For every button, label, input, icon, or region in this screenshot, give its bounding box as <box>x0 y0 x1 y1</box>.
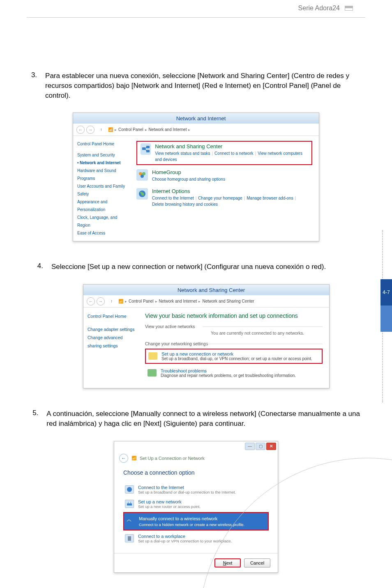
breadcrumb-2[interactable]: Network and Internet <box>149 127 187 132</box>
next-button[interactable]: Next <box>214 558 241 567</box>
sidebar-appearance[interactable]: Appearance and Personalization <box>77 198 131 214</box>
opt-title: Connect to the Internet <box>138 485 236 490</box>
address-bar: ← → ↑ 📶 ▸ Control Panel ▸ Network and In… <box>73 124 319 136</box>
window-titlebar: — ▢ ✕ <box>114 441 278 452</box>
page-header: Serie Adora24 <box>27 0 365 16</box>
svg-rect-1 <box>146 146 150 148</box>
wizard-footer: Next Cancel <box>114 553 278 572</box>
step-text: Seleccione [Set up a new connection or n… <box>51 262 326 272</box>
close-icon[interactable]: ✕ <box>266 443 276 450</box>
bc-sep: ▸ <box>115 128 117 132</box>
opt-title: Connect to a workplace <box>138 534 232 539</box>
sidebar-network[interactable]: •Network and Internet <box>77 159 131 167</box>
nsc-title[interactable]: Network and Sharing Center <box>155 143 308 149</box>
window-titlebar: Network and Sharing Center <box>83 285 329 295</box>
screenshot-control-panel: Network and Internet ← → ↑ 📶 ▸ Control P… <box>73 113 319 241</box>
up-icon[interactable]: ↑ <box>100 127 102 132</box>
opt-title: Troubleshoot problems <box>161 368 296 373</box>
wizard-title: Choose a connection option <box>123 469 269 476</box>
sidebar-users[interactable]: User Accounts and Family Safety <box>77 182 131 198</box>
screenshot-sharing-center: Network and Sharing Center ← → ↑ 📶 ▸ Con… <box>83 284 330 388</box>
new-connection-icon <box>148 352 157 360</box>
opt-subtitle: Set up a dial-up or VPN connection to yo… <box>138 539 232 543</box>
forward-icon[interactable]: → <box>97 297 105 305</box>
opt-connect-internet[interactable]: Connect to the Internet Set up a broadba… <box>123 482 269 497</box>
page: Serie Adora24 4-7 3. Para establecer una… <box>0 0 392 588</box>
homegroup-icon <box>136 169 148 181</box>
step-text: A continuación, seleccione [Manually con… <box>46 409 361 429</box>
sidebar-ease[interactable]: Ease of Access <box>77 229 131 237</box>
back-icon[interactable]: ← <box>119 454 128 463</box>
io-link-3[interactable]: Manage browser add-ons <box>247 196 293 200</box>
opt-subtitle: Set up a broadband, dial-up, or VPN conn… <box>161 356 312 361</box>
svg-rect-0 <box>142 147 145 150</box>
page-number-tab: 4-7 <box>380 279 392 305</box>
screenshot-wizard: — ▢ ✕ ← 📶 Set Up a Connection or Network… <box>114 441 278 573</box>
wizard-header-text: Set Up a Connection or Network <box>140 456 205 461</box>
globe-icon <box>125 485 134 494</box>
step-number: 5. <box>31 409 38 429</box>
sidebar-hardware[interactable]: Hardware and Sound <box>77 167 131 175</box>
wizard-header: ← 📶 Set Up a Connection or Network <box>114 452 278 466</box>
io-link-2[interactable]: Change your homepage <box>198 196 242 200</box>
cancel-button[interactable]: Cancel <box>244 558 270 567</box>
up-icon[interactable]: ↑ <box>111 299 113 303</box>
svg-rect-8 <box>127 503 132 505</box>
sidebar-advanced[interactable]: Change advanced sharing settings <box>88 334 138 350</box>
highlight-box: Set up a new connection or network Set u… <box>145 349 323 364</box>
opt-subtitle: Connect to a hidden network or create a … <box>136 522 247 527</box>
opt-workplace[interactable]: Connect to a workplace Set up a dial-up … <box>123 531 269 546</box>
breadcrumb-icon: 📶 <box>118 299 123 303</box>
nsc-link-1[interactable]: View network status and tasks <box>155 151 210 156</box>
sidebar-adapter[interactable]: Change adapter settings <box>88 326 138 334</box>
maximize-icon[interactable]: ▢ <box>256 443 265 450</box>
sidebar-programs[interactable]: Programs <box>77 175 131 182</box>
forward-icon[interactable]: → <box>86 126 95 134</box>
hg-title[interactable]: HomeGroup <box>152 169 225 175</box>
nsc-link-2[interactable]: Connect to a network <box>214 151 254 156</box>
header-logo-mark <box>345 6 353 11</box>
opt-troubleshoot[interactable]: Troubleshoot problems Diagnose and repai… <box>145 366 323 380</box>
svg-rect-2 <box>146 150 150 152</box>
step-5: 5. A continuación, seleccione [Manually … <box>31 409 361 429</box>
io-title[interactable]: Internet Options <box>152 188 297 194</box>
opt-subtitle: Set up a broadband or dial-up connection… <box>138 490 236 494</box>
opt-new-connection[interactable]: Set up a new connection or network Set u… <box>146 349 322 363</box>
step-number: 3. <box>31 71 37 100</box>
back-icon[interactable]: ← <box>76 126 85 134</box>
highlight-box: Manually connect to a wireless network C… <box>123 512 269 531</box>
minimize-icon[interactable]: — <box>245 443 255 450</box>
sidebar-system[interactable]: System and Security <box>77 151 131 159</box>
side-tabs: 4-7 <box>380 279 392 332</box>
section-active-networks: View your active networks <box>145 324 323 329</box>
main-panel: View your basic network information and … <box>142 308 329 388</box>
opt-title: Set up a new network <box>138 499 201 504</box>
step-text: Para establecer una nueva conexión, sele… <box>45 71 361 100</box>
io-link-4[interactable]: Delete browsing history and cookies <box>152 202 218 207</box>
window-title: Network and Sharing Center <box>93 287 329 293</box>
opt-title: Set up a new connection or network <box>161 351 312 356</box>
opt-manual-wireless[interactable]: Manually connect to a wireless network C… <box>124 513 268 530</box>
io-link-1[interactable]: Connect to the Internet <box>152 196 194 200</box>
breadcrumb-1[interactable]: Control Panel <box>129 299 154 303</box>
sidebar-home[interactable]: Control Panel Home <box>77 140 131 148</box>
back-icon[interactable]: ← <box>87 297 95 305</box>
opt-subtitle: Diagnose and repair network problems, or… <box>161 373 296 378</box>
internet-options-icon <box>136 188 148 200</box>
address-bar: ← → ↑ 📶 ▸ Control Panel ▸ Network and In… <box>83 295 329 308</box>
breadcrumb-2[interactable]: Network and Internet <box>159 299 197 303</box>
section-change-settings: Change your networking settings <box>145 341 323 346</box>
svg-rect-9 <box>128 536 131 541</box>
sidebar-clock[interactable]: Clock, Language, and Region <box>77 214 131 229</box>
sidebar-home[interactable]: Control Panel Home <box>88 312 138 321</box>
breadcrumb-icon: 📶 <box>108 127 113 132</box>
opt-new-network[interactable]: Set up a new network Set up a new router… <box>123 497 269 511</box>
next-label: N <box>223 560 226 565</box>
breadcrumb-1[interactable]: Control Panel <box>118 127 143 132</box>
breadcrumb-3[interactable]: Network and Sharing Center <box>202 299 254 303</box>
header-title: Serie Adora24 <box>298 5 340 12</box>
svg-point-5 <box>141 175 144 178</box>
building-icon <box>125 534 134 542</box>
step-number: 4. <box>31 262 43 272</box>
hg-link-1[interactable]: Choose homegroup and sharing options <box>152 177 225 181</box>
